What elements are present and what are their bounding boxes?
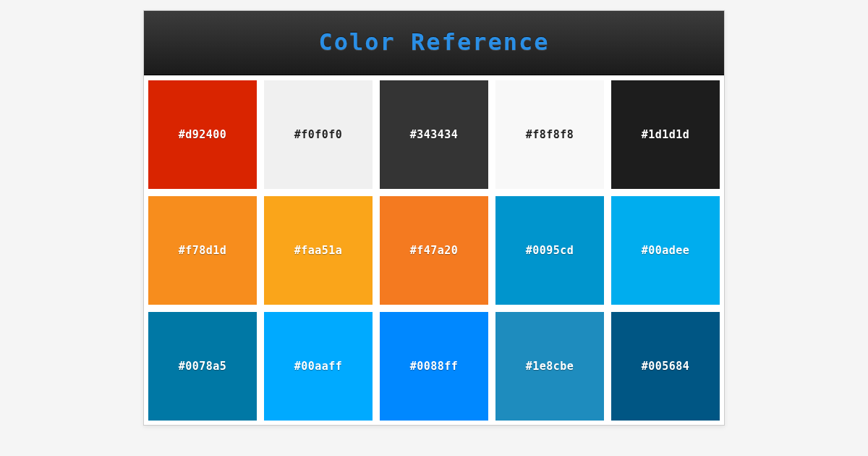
color-swatch: #f8f8f8 [495, 80, 604, 189]
color-swatch: #00adee [611, 196, 720, 305]
color-reference-panel: Color Reference #d92400#f0f0f0#343434#f8… [143, 10, 725, 426]
color-swatch: #d92400 [148, 80, 257, 189]
swatch-hex-label: #f47a20 [410, 244, 459, 257]
swatch-hex-label: #d92400 [179, 128, 227, 141]
color-swatch: #f47a20 [380, 196, 488, 305]
color-swatch: #0078a5 [148, 312, 257, 421]
color-swatch: #0095cd [495, 196, 604, 305]
color-swatch: #343434 [380, 80, 488, 189]
swatch-hex-label: #005684 [642, 360, 690, 373]
color-swatch: #f78d1d [148, 196, 257, 305]
swatch-hex-label: #0078a5 [179, 360, 227, 373]
swatch-hex-label: #faa51a [294, 244, 343, 257]
swatch-hex-label: #f8f8f8 [526, 128, 574, 141]
swatch-hex-label: #343434 [410, 128, 459, 141]
swatch-hex-label: #0095cd [526, 244, 574, 257]
panel-header: Color Reference [144, 11, 724, 75]
page-title: Color Reference [151, 28, 717, 56]
swatch-hex-label: #1e8cbe [526, 360, 574, 373]
color-swatch: #0088ff [380, 312, 488, 421]
swatch-hex-label: #1d1d1d [642, 128, 690, 141]
color-swatch: #00aaff [264, 312, 373, 421]
swatch-hex-label: #f78d1d [179, 244, 227, 257]
swatch-hex-label: #0088ff [410, 360, 459, 373]
swatch-grid-wrap: #d92400#f0f0f0#343434#f8f8f8#1d1d1d#f78d… [144, 75, 724, 425]
color-swatch: #005684 [611, 312, 720, 421]
color-swatch: #1e8cbe [495, 312, 604, 421]
swatch-hex-label: #f0f0f0 [294, 128, 343, 141]
swatch-hex-label: #00aaff [294, 360, 343, 373]
color-swatch: #1d1d1d [611, 80, 720, 189]
color-swatch: #faa51a [264, 196, 373, 305]
swatch-grid: #d92400#f0f0f0#343434#f8f8f8#1d1d1d#f78d… [148, 80, 720, 421]
swatch-hex-label: #00adee [642, 244, 690, 257]
color-swatch: #f0f0f0 [264, 80, 373, 189]
